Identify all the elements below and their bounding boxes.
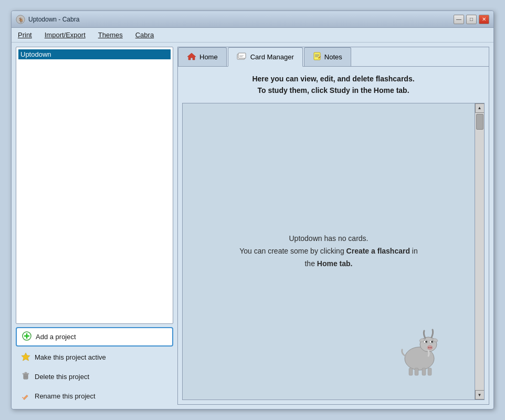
card-manager-header: Here you can view, edit, and delete flas…	[178, 67, 489, 103]
plus-icon	[22, 331, 31, 342]
scrollbar[interactable]: ▲ ▼	[475, 103, 484, 400]
project-actions: Add a project Make this project active	[16, 327, 173, 405]
tab-card-manager[interactable]: Card Manager	[228, 47, 303, 67]
card-manager-body: Uptodown has no cards. You can create so…	[182, 103, 485, 400]
tab-card-manager-label: Card Manager	[250, 53, 294, 61]
svg-rect-36	[415, 368, 418, 375]
rename-project-button[interactable]: Rename this project	[16, 387, 173, 405]
activate-project-label: Make this project active	[35, 353, 106, 361]
main-window: 🐐 Uptodown - Cabra — □ ✕ Print Import/Ex…	[11, 10, 494, 410]
trash-icon	[21, 371, 30, 382]
list-item[interactable]: Uptodown	[18, 49, 171, 59]
minimize-button[interactable]: —	[454, 15, 464, 24]
app-icon: 🐐	[16, 15, 25, 24]
svg-marker-5	[22, 353, 30, 361]
tab-card-manager-content: Here you can view, edit, and delete flas…	[178, 67, 489, 404]
card-scroll-area[interactable]: Uptodown has no cards. You can create so…	[183, 103, 475, 400]
empty-message: Uptodown has no cards. You can create so…	[237, 233, 420, 270]
left-panel: Uptodown Add a project	[16, 47, 173, 405]
maximize-button[interactable]: □	[466, 15, 477, 24]
main-content: Uptodown Add a project	[12, 43, 493, 409]
pencil-icon	[21, 391, 30, 402]
svg-rect-35	[409, 368, 413, 375]
window-controls: — □ ✕	[454, 15, 489, 24]
cards-icon	[237, 52, 247, 62]
svg-rect-38	[428, 368, 432, 375]
scroll-thumb[interactable]	[476, 114, 483, 130]
title-bar-left: 🐐 Uptodown - Cabra	[16, 15, 79, 24]
menu-themes[interactable]: Themes	[96, 30, 125, 40]
empty-msg-2: You can create some by clicking	[239, 247, 346, 255]
svg-rect-20	[314, 52, 320, 60]
delete-project-label: Delete this project	[35, 373, 89, 381]
add-project-label: Add a project	[36, 333, 76, 341]
svg-rect-12	[23, 395, 28, 400]
svg-point-32	[430, 347, 432, 349]
project-list[interactable]: Uptodown	[16, 47, 173, 324]
empty-msg-1: Uptodown has no cards.	[289, 234, 369, 243]
add-project-button[interactable]: Add a project	[16, 327, 173, 346]
header-line1: Here you can view, edit, and delete flas…	[186, 73, 480, 85]
svg-rect-8	[25, 372, 27, 373]
scroll-track[interactable]	[475, 113, 484, 390]
svg-point-29	[425, 341, 427, 343]
svg-marker-15	[187, 53, 196, 60]
tab-notes-label: Notes	[324, 53, 342, 61]
header-line2: To study them, click Study in the Home t…	[186, 85, 480, 96]
menu-cabra[interactable]: Cabra	[133, 30, 156, 40]
tab-home[interactable]: Home	[178, 47, 227, 66]
svg-point-31	[428, 347, 430, 349]
title-bar: 🐐 Uptodown - Cabra — □ ✕	[12, 11, 493, 28]
empty-msg-bold2: Home tab.	[317, 259, 353, 268]
rename-project-label: Rename this project	[35, 392, 96, 400]
scroll-down-arrow[interactable]: ▼	[475, 390, 485, 400]
svg-rect-37	[422, 368, 426, 375]
menu-bar: Print Import/Export Themes Cabra	[12, 28, 493, 43]
right-panel: Home Card Manager	[177, 47, 489, 405]
activate-project-button[interactable]: Make this project active	[16, 349, 173, 366]
svg-marker-13	[22, 397, 24, 398]
tabs-row: Home Card Manager	[178, 47, 489, 67]
close-button[interactable]: ✕	[479, 15, 489, 24]
empty-msg-bold: Create a flashcard	[346, 247, 410, 255]
scroll-up-arrow[interactable]: ▲	[475, 103, 485, 113]
tab-notes[interactable]: Notes	[304, 47, 351, 66]
svg-text:🐐: 🐐	[18, 16, 24, 23]
svg-rect-7	[23, 373, 29, 374]
goat-illustration	[396, 324, 443, 379]
svg-point-28	[431, 341, 433, 343]
notes-icon	[313, 52, 321, 62]
window-title: Uptodown - Cabra	[28, 16, 79, 23]
star-icon	[21, 352, 30, 363]
menu-print[interactable]: Print	[16, 30, 34, 40]
menu-import-export[interactable]: Import/Export	[43, 30, 88, 40]
home-icon	[187, 52, 196, 62]
tab-home-label: Home	[199, 53, 218, 61]
delete-project-button[interactable]: Delete this project	[16, 368, 173, 385]
